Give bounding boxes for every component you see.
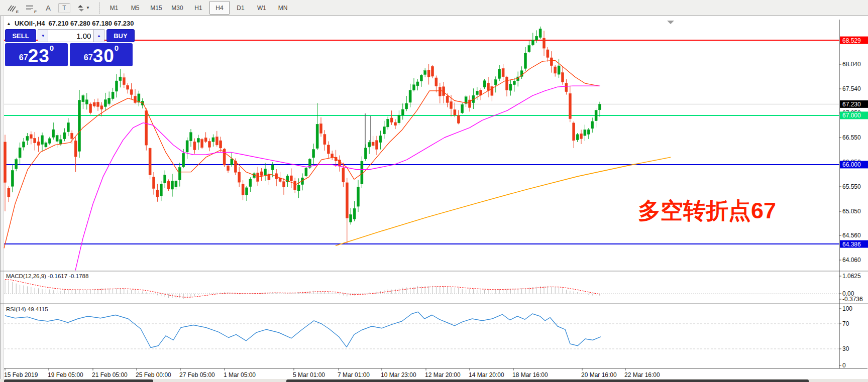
timeframe-button-m5[interactable]: M5 bbox=[125, 1, 145, 15]
date-axis-label: 25 Feb 00:00 bbox=[136, 371, 171, 378]
timeframe-button-h1[interactable]: H1 bbox=[188, 1, 208, 15]
buy-price-point: 0 bbox=[115, 44, 119, 52]
price-axis-label: 68.040 bbox=[842, 61, 861, 68]
collapse-arrow-icon[interactable]: ▲ bbox=[7, 21, 11, 26]
macd-indicator-label: MACD(12,26,9) -0.1617 -0.1788 bbox=[6, 273, 88, 279]
buy-price-pips: 30 bbox=[93, 47, 115, 65]
date-axis-label: 7 Mar 01:00 bbox=[338, 371, 370, 378]
date-axis-label: 15 Feb 2019 bbox=[4, 371, 38, 378]
toolbar-separator bbox=[98, 3, 101, 14]
date-axis-label: 18 Mar 16:00 bbox=[512, 371, 548, 378]
chart-text-annotation: 多空转折点67 bbox=[638, 196, 776, 226]
text-box-icon[interactable]: T bbox=[58, 3, 70, 13]
one-click-trade-panel: SELL ▼ ▲ BUY 67 23 0 67 30 0 bbox=[5, 29, 135, 66]
rsi-scale-label: 70 bbox=[842, 320, 849, 327]
price-badge-label: 67.230 bbox=[842, 101, 861, 108]
sell-price-display[interactable]: 67 23 0 bbox=[5, 43, 68, 66]
price-badge-label: 67.000 bbox=[842, 112, 861, 119]
toolbar-icon-group: E F A T ▼ bbox=[0, 2, 93, 15]
date-axis-label: 19 Feb 05:00 bbox=[48, 371, 83, 378]
bottom-tab-segment[interactable] bbox=[4, 379, 153, 382]
timeframe-button-m15[interactable]: M15 bbox=[146, 1, 166, 15]
rsi-indicator-label: RSI(14) 49.4115 bbox=[6, 306, 48, 312]
mt4-application: E F A T ▼ M1M5M15M30H1H4D1 bbox=[0, 0, 868, 382]
timeframe-button-d1[interactable]: D1 bbox=[231, 1, 251, 15]
buy-price-integer: 67 bbox=[84, 50, 93, 65]
sell-button[interactable]: SELL bbox=[5, 29, 36, 42]
date-axis-label: 5 Mar 01:00 bbox=[293, 371, 325, 378]
chart-window[interactable]: 68.04067.54067.05066.55066.05065.55065.0… bbox=[0, 16, 868, 382]
timeframe-button-w1[interactable]: W1 bbox=[252, 1, 272, 15]
date-axis-label: 22 Mar 16:00 bbox=[624, 371, 660, 378]
macd-signal-line bbox=[5, 280, 600, 298]
timeframe-button-mn[interactable]: MN bbox=[273, 1, 293, 15]
timeframe-button-m1[interactable]: M1 bbox=[104, 1, 124, 15]
symbol-label: UKOil-,H4 bbox=[15, 20, 45, 27]
date-axis-label: 20 Mar 16:00 bbox=[581, 371, 617, 378]
dropdown-caret-icon[interactable]: ▼ bbox=[86, 6, 90, 10]
rsi-line bbox=[5, 312, 601, 347]
volume-increase-button[interactable]: ▲ bbox=[93, 29, 104, 42]
rsi-scale-label: 30 bbox=[842, 345, 849, 352]
cycle-arrows-icon[interactable]: ▼ bbox=[72, 2, 93, 15]
date-axis-label: 27 Feb 05:00 bbox=[179, 371, 215, 378]
price-badge-label: 68.529 bbox=[842, 37, 861, 44]
rsi-scale-label: 100 bbox=[842, 305, 852, 312]
rsi-scale-label: 0 bbox=[842, 362, 846, 369]
bottom-tab-strip bbox=[0, 379, 868, 382]
timeframe-button-h4[interactable]: H4 bbox=[209, 1, 230, 15]
price-axis-label: 66.550 bbox=[842, 134, 861, 141]
price-axis-label: 65.050 bbox=[842, 208, 861, 215]
price-axis-label: 64.060 bbox=[842, 257, 861, 264]
price-axis-label: 67.540 bbox=[842, 85, 861, 92]
price-badge-label: 64.386 bbox=[842, 241, 861, 248]
date-axis-label: 21 Feb 05:00 bbox=[92, 371, 128, 378]
ohlc-values: 67.210 67.280 67.180 67.230 bbox=[49, 20, 134, 27]
grid-template-icon[interactable]: F bbox=[22, 2, 38, 15]
buy-price-display[interactable]: 67 30 0 bbox=[70, 43, 133, 66]
volume-decrease-button[interactable]: ▼ bbox=[38, 29, 48, 42]
macd-scale-label: 1.0625 bbox=[842, 273, 861, 280]
date-axis-label: 10 Mar 23:00 bbox=[381, 371, 416, 378]
chart-title: ▲ UKOil-,H4 67.210 67.280 67.180 67.230 bbox=[7, 20, 134, 27]
price-axis-label: 64.560 bbox=[842, 232, 861, 239]
price-axis-label: 65.550 bbox=[842, 183, 861, 190]
date-axis-label: 12 Mar 20:00 bbox=[425, 371, 461, 378]
indicators-hatch-icon[interactable]: E bbox=[4, 2, 20, 15]
timeframe-button-m30[interactable]: M30 bbox=[167, 1, 187, 15]
sell-price-point: 0 bbox=[50, 44, 54, 52]
bottom-tab-segment[interactable] bbox=[286, 379, 809, 382]
label-a-icon[interactable]: A bbox=[40, 2, 56, 15]
macd-scale-label: -0.3736 bbox=[842, 296, 863, 303]
top-toolbar: E F A T ▼ M1M5M15M30H1H4D1 bbox=[0, 0, 868, 16]
date-axis-label: 14 Mar 20:00 bbox=[469, 371, 504, 378]
price-badge-label: 66.000 bbox=[842, 161, 861, 168]
volume-input[interactable] bbox=[48, 29, 93, 42]
timeframe-button-group: M1M5M15M30H1H4D1W1MN bbox=[104, 1, 293, 15]
sell-price-integer: 67 bbox=[19, 50, 28, 65]
buy-button[interactable]: BUY bbox=[106, 29, 135, 42]
sell-price-pips: 23 bbox=[28, 47, 50, 65]
date-axis-label: 1 Mar 05:00 bbox=[224, 371, 256, 378]
